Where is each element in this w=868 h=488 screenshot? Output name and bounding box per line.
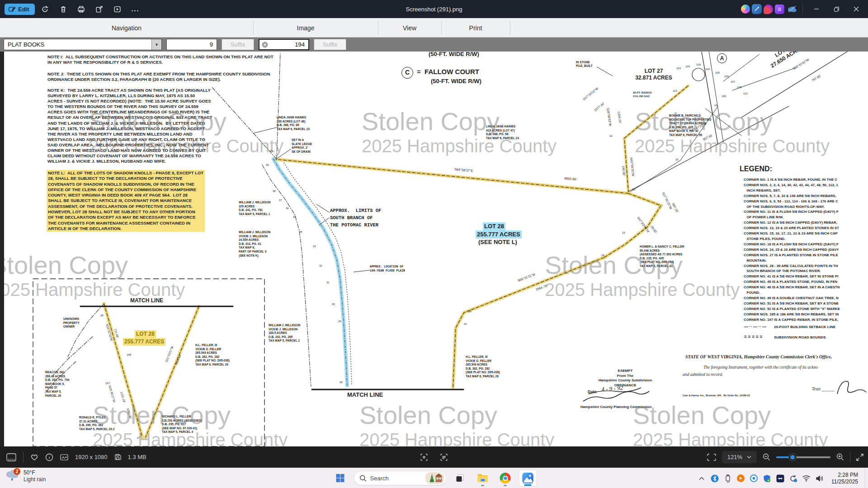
map-label: S65°31'21"W <box>517 272 536 283</box>
clear-field-icon[interactable] <box>262 42 268 48</box>
map-label: 2064.75' <box>535 284 548 292</box>
fit-to-window-icon[interactable] <box>707 454 716 461</box>
windows-security-icon[interactable] <box>762 474 772 483</box>
map-label: NOTE I: ALL SUBSEQUENT CONSTRUCTION OR A… <box>47 54 273 65</box>
bluetooth-icon[interactable] <box>710 474 720 483</box>
map-label: S47°23'06"W <box>636 216 650 234</box>
more-options-icon[interactable]: ... <box>128 2 143 16</box>
clipchamp-icon[interactable] <box>775 5 784 14</box>
map-label: 1077.44' <box>594 102 605 113</box>
wifi-icon[interactable] <box>802 474 811 483</box>
corner-number: C <box>401 67 413 79</box>
map-label: N25°45'17"W <box>108 385 116 403</box>
map-label: NOTE K: THE 24.559 ACRE TRACT AS SHOWN O… <box>47 88 212 164</box>
statusbar-divider <box>23 452 24 463</box>
info-icon[interactable] <box>45 453 53 461</box>
task-view-button[interactable] <box>451 469 469 487</box>
zoom-out-icon[interactable] <box>763 453 770 461</box>
map-label: 50-FT. RADIUS CUL-DE-SAC <box>633 91 652 98</box>
zoom-percent-dropdown[interactable]: 121% <box>722 451 757 463</box>
corner-number: 32 <box>319 264 322 268</box>
chrome-button[interactable] <box>496 469 514 487</box>
onedrive-cloud-icon[interactable] <box>786 3 798 15</box>
photo-canvas[interactable]: NOTE I: ALL SUBSEQUENT CONSTRUCTION OR A… <box>0 52 868 447</box>
rotate-icon[interactable] <box>38 2 53 16</box>
map-label: WILLIAM J. MILLESON VICKIE J. MILLESON 1… <box>269 324 300 343</box>
file-size-icon <box>114 454 121 460</box>
map-label: S60°32'42"W <box>792 58 810 71</box>
visual-search-icon[interactable] <box>420 453 428 461</box>
tab-image[interactable]: Image <box>260 18 351 38</box>
corner-number: 106 <box>724 75 729 79</box>
photo-toolbar: Edit ... <box>0 2 143 16</box>
zoom-percent-value: 121% <box>727 454 742 460</box>
map-label: MATCH LINE <box>347 391 383 399</box>
image-edit-icon[interactable] <box>752 4 762 14</box>
corner-number: 109 <box>696 63 701 67</box>
dropdown-caret-icon[interactable]: ▼ <box>151 39 161 50</box>
text-actions-icon[interactable] <box>440 453 448 461</box>
filmstrip-toggle-icon[interactable] <box>6 453 16 461</box>
edit-button-label: Edit <box>18 6 29 13</box>
start-button[interactable] <box>331 469 349 487</box>
slideshow-icon[interactable] <box>110 2 125 16</box>
map-label: S17°31'20"W <box>661 192 673 210</box>
print-icon[interactable] <box>74 2 89 16</box>
corner-number: 33 <box>313 245 316 249</box>
tab-navigation[interactable]: Navigation <box>81 18 172 38</box>
map-label: SET IN A SLATE LEDGE APPROX. 2' SE OF DR… <box>292 138 312 154</box>
copilot-icon[interactable] <box>741 5 750 14</box>
volume-icon[interactable] <box>815 474 825 483</box>
corner-number: 25 <box>468 310 472 314</box>
favorite-heart-icon[interactable] <box>30 454 38 461</box>
tab-print[interactable]: Print <box>448 18 503 38</box>
usb-device-icon[interactable] <box>723 474 733 483</box>
book-type-dropdown[interactable]: PLAT BOOKS ▼ <box>4 39 162 50</box>
show-desktop-button[interactable] <box>865 468 867 488</box>
file-explorer-button[interactable] <box>474 469 492 487</box>
map-label: 1050.30' <box>126 408 132 419</box>
map-label: LOT 28 <box>135 330 156 338</box>
close-button[interactable] <box>847 1 865 17</box>
designer-icon[interactable] <box>764 5 773 14</box>
tray-chevron-icon[interactable] <box>697 474 707 483</box>
corner-number: 108 <box>737 86 741 89</box>
zoom-in-icon[interactable] <box>836 453 844 461</box>
book-number-input[interactable]: 9 <box>166 39 217 50</box>
map-label: CORNER NO. 1 IS A 5/8 INCH REBAR, FOUND,… <box>744 177 867 322</box>
zoom-slider-thumb[interactable] <box>789 454 796 461</box>
map-label: and admitted to record. <box>683 372 723 378</box>
status-bar: 868 x 488 1.3 MB 121% <box>0 446 868 468</box>
tracker-ring-icon[interactable] <box>749 474 759 483</box>
delete-icon[interactable] <box>56 2 71 16</box>
share-icon[interactable] <box>92 2 107 16</box>
weather-widget[interactable]: 2 50°F Light rain <box>5 469 46 483</box>
edit-button[interactable]: Edit <box>5 4 35 15</box>
corner-number: 100 <box>685 65 690 69</box>
zoom-slider[interactable] <box>776 456 830 458</box>
page-number-input[interactable]: 194 <box>259 39 309 50</box>
map-label: — ·· — ·· — <box>744 324 766 329</box>
corner-number: 37 <box>279 199 282 202</box>
corner-number: 39 <box>266 164 269 167</box>
teamviewer-icon[interactable] <box>775 474 785 483</box>
search-box[interactable]: Search <box>354 471 447 485</box>
map-label: 255.777 ACRES <box>476 230 522 239</box>
taskbar-clock[interactable]: 2:28 PM 11/25/2025 <box>828 472 862 485</box>
avast-icon[interactable] <box>736 474 746 483</box>
map-label: N16°32'33"W <box>105 324 113 341</box>
title-bar-right <box>741 0 868 18</box>
fullscreen-icon[interactable] <box>856 454 863 461</box>
file-explorer-icon <box>477 474 488 483</box>
map-label: S57°25'52"W <box>582 87 599 102</box>
corner-number: 197 <box>105 382 110 385</box>
photos-app-button[interactable] <box>519 469 537 487</box>
suffix-button-2[interactable]: Suffix <box>314 39 346 50</box>
sync-update-icon[interactable] <box>788 474 798 483</box>
map-label: N43°59'35"W <box>629 157 635 176</box>
restore-button[interactable] <box>827 1 845 17</box>
minimize-button[interactable] <box>807 1 826 17</box>
suffix-button-1[interactable]: Suffix <box>222 39 254 50</box>
map-label: WILLIAM J. MILLESON 105 ACRES D.B. 341, … <box>239 201 270 216</box>
taskbar: 2 50°F Light rain Search <box>0 468 868 488</box>
